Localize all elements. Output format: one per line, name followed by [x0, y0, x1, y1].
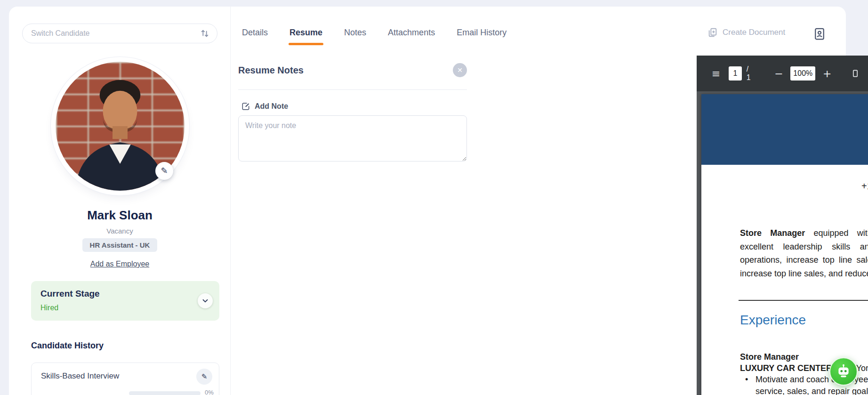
history-edit-button[interactable]: ✎	[196, 369, 212, 385]
add-note-label: Add Note	[255, 102, 288, 111]
create-document-label: Create Document	[723, 28, 785, 37]
switch-candidate-input[interactable]	[22, 24, 217, 43]
tab-details[interactable]: Details	[241, 28, 269, 45]
current-stage-value: Hired	[40, 304, 210, 312]
app-card: ✎ Mark Sloan Vacancy HR Assistant - UK A…	[9, 7, 846, 395]
note-textarea[interactable]	[238, 115, 467, 161]
pdf-menu-button[interactable]: ≡	[709, 66, 723, 81]
experience-job-title: Store Manager	[740, 352, 799, 362]
avatar-edit-button[interactable]: ✎	[155, 162, 173, 180]
close-icon: ✕	[457, 66, 463, 74]
resume-notes-title: Resume Notes	[238, 65, 304, 76]
create-document-button[interactable]: Create Document	[707, 27, 785, 38]
experience-heading: Experience	[740, 313, 806, 328]
document-user-icon	[812, 27, 827, 41]
switch-candidate-icon[interactable]	[200, 28, 210, 39]
zoom-out-button[interactable]: −	[772, 66, 786, 81]
current-stage-panel: Current Stage Hired	[31, 281, 219, 321]
tab-resume[interactable]: Resume	[289, 28, 323, 45]
interview-progress-value: 0%	[205, 389, 214, 395]
chevron-down-icon	[201, 297, 209, 305]
interview-progress-bar	[129, 391, 201, 395]
summary-lead: Store Manager	[740, 228, 805, 238]
page-number-input[interactable]: 1	[729, 66, 742, 81]
current-stage-expand-button[interactable]	[198, 293, 213, 308]
zoom-out-icon: −	[774, 68, 783, 80]
vacancy-badge: HR Assistant - UK	[82, 238, 158, 252]
notes-divider	[238, 89, 467, 90]
candidate-history-title: Candidate History	[31, 341, 104, 351]
history-item-card[interactable]: Skills-Based Interview ✎ 0%	[31, 363, 219, 395]
candidate-name: Mark Sloan	[9, 208, 231, 223]
add-note-icon	[241, 102, 250, 111]
tab-email-history[interactable]: Email History	[456, 28, 507, 45]
candidate-sidebar: ✎ Mark Sloan Vacancy HR Assistant - UK A…	[9, 7, 231, 395]
pdf-canvas-area: Mark Sloan +1 (970) 333-3833 susan.willi…	[697, 91, 868, 395]
fit-to-page-icon	[851, 69, 860, 78]
vacancy-label: Vacancy	[9, 227, 231, 235]
page-count-label: / 1	[747, 65, 755, 82]
edit-pencil-icon: ✎	[201, 372, 208, 380]
current-stage-title: Current Stage	[40, 289, 210, 299]
resume-header-band: Mark Sloan	[701, 94, 868, 165]
close-resume-notes-button[interactable]: ✕	[453, 63, 467, 77]
chat-assistant-fab[interactable]	[829, 357, 858, 386]
tab-notes[interactable]: Notes	[343, 28, 367, 45]
resume-page: Mark Sloan +1 (970) 333-3833 susan.willi…	[701, 94, 868, 395]
zoom-in-icon: +	[823, 68, 831, 80]
main-content: Details Resume Notes Attachments Email H…	[231, 7, 846, 395]
add-as-employee-link[interactable]: Add as Employee	[90, 260, 149, 268]
history-item-label: Skills-Based Interview	[41, 371, 119, 381]
copy-document-icon	[707, 27, 718, 38]
zoom-level: 100%	[790, 66, 815, 81]
pdf-viewer: ≡ 1 / 1 − 100% +	[697, 56, 868, 395]
zoom-in-button[interactable]: +	[820, 66, 834, 81]
switch-candidate	[22, 24, 217, 43]
resume-phone: +1 (970) 333-3833	[861, 181, 868, 192]
menu-icon: ≡	[712, 68, 720, 80]
tab-bar: Details Resume Notes Attachments Email H…	[241, 28, 507, 45]
edit-pencil-icon: ✎	[161, 166, 168, 176]
tab-attachments[interactable]: Attachments	[387, 28, 436, 45]
fit-to-page-button[interactable]	[848, 66, 862, 81]
robot-icon	[836, 363, 852, 379]
pdf-toolbar: ≡ 1 / 1 − 100% +	[697, 56, 868, 91]
resume-horizontal-rule	[739, 300, 868, 301]
candidate-document-button[interactable]	[812, 24, 831, 43]
resume-summary: Store Manager equipped with extensive ex…	[740, 226, 868, 280]
experience-date-range: 09/2015 to 05/2019	[740, 340, 868, 350]
